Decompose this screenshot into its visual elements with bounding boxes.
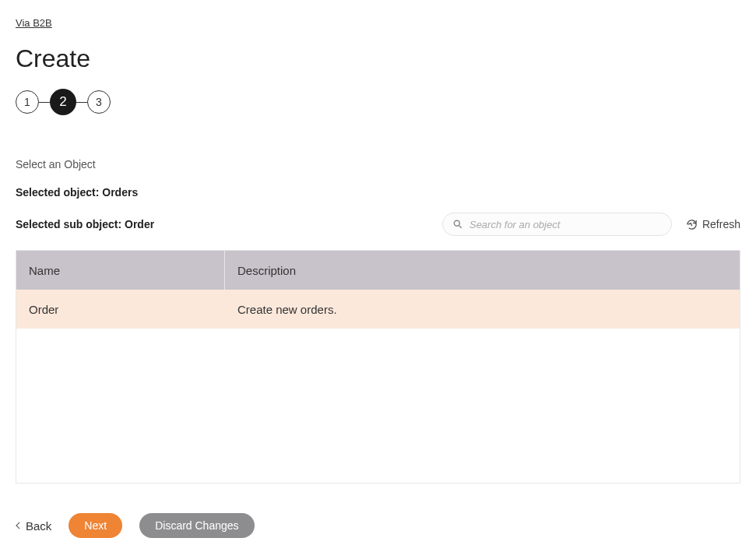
column-header-description: Description [225,264,740,277]
table-body: Order Create new orders. [16,290,740,483]
search-box[interactable] [442,213,672,236]
svg-line-1 [459,226,462,228]
column-header-name: Name [16,251,225,290]
section-label: Select an Object [16,158,740,171]
step-2[interactable]: 2 [50,89,76,115]
step-connector [39,102,50,103]
cell-description: Create new orders. [225,303,740,316]
stepper: 1 2 3 [16,89,740,115]
selected-object: Selected object: Orders [16,186,740,199]
footer-actions: Back Next Discard Changes [16,513,740,538]
refresh-icon [686,219,698,230]
selected-sub-object: Selected sub object: Order [16,218,154,230]
breadcrumb[interactable]: Via B2B [16,17,52,29]
step-connector [76,102,87,103]
discard-button[interactable]: Discard Changes [139,513,254,538]
page-title: Create [16,44,740,73]
back-label: Back [26,519,51,533]
search-refresh-group: Refresh [442,213,740,236]
search-icon [452,219,463,230]
chevron-left-icon [16,522,21,529]
object-table: Name Description Order Create new orders… [16,250,740,483]
table-row[interactable]: Order Create new orders. [16,290,740,329]
refresh-label: Refresh [702,218,740,230]
table-header: Name Description [16,251,740,290]
refresh-button[interactable]: Refresh [686,218,740,230]
cell-name: Order [16,290,225,329]
search-input[interactable] [469,219,662,230]
step-1[interactable]: 1 [16,90,39,114]
back-button[interactable]: Back [16,515,51,537]
step-3[interactable]: 3 [87,90,111,114]
svg-point-0 [454,220,459,226]
next-button[interactable]: Next [69,513,122,538]
